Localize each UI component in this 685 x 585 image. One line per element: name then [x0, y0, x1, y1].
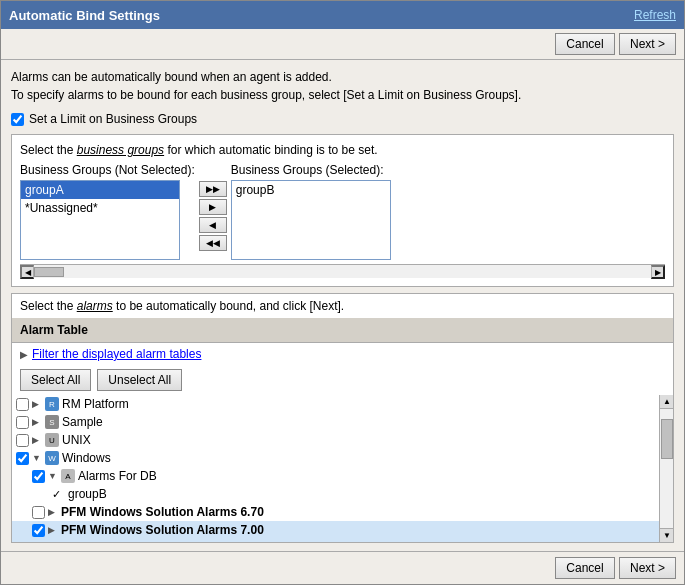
filter-row: ▶ Filter the displayed alarm tables [12, 343, 673, 365]
unix-checkbox[interactable] [16, 434, 29, 447]
filter-triangle-icon: ▶ [20, 349, 28, 360]
hscroll-thumb [34, 267, 64, 277]
limit-checkbox-label: Set a Limit on Business Groups [29, 112, 197, 126]
sample-icon: S [45, 415, 59, 429]
business-groups-section: Select the business groups for which aut… [11, 134, 674, 287]
tree-item-unix: ▶ U UNIX [12, 431, 659, 449]
tree-item-pfm-6-70: ▶ PFM Windows Solution Alarms 6.70 [12, 503, 659, 521]
group-item-groupB[interactable]: groupB [232, 181, 390, 199]
move-all-left-button[interactable]: ◀◀ [199, 235, 227, 251]
business-groups-desc: Select the business groups for which aut… [20, 143, 665, 157]
move-all-right-button[interactable]: ▶▶ [199, 181, 227, 197]
tree-item-groupB-child: ✓ groupB [12, 485, 659, 503]
title-bar: Automatic Bind Settings Refresh [1, 1, 684, 29]
pfm-7-50-label: PFM Windows Solution Alarms 7.50 [61, 541, 264, 542]
alarms-for-db-checkbox[interactable] [32, 470, 45, 483]
pfm-6-70-expand[interactable]: ▶ [48, 507, 58, 517]
group-item-groupA[interactable]: groupA [21, 181, 179, 199]
sample-checkbox[interactable] [16, 416, 29, 429]
hscroll-left-btn[interactable]: ◀ [20, 265, 34, 279]
pfm-7-00-expand[interactable]: ▶ [48, 525, 58, 535]
alarms-for-db-icon: A [61, 469, 75, 483]
intro-text: Alarms can be automatically bound when a… [11, 68, 674, 104]
vscroll-track [660, 409, 673, 542]
rm-icon: R [45, 397, 59, 411]
windows-icon: W [45, 451, 59, 465]
selected-col: Business Groups (Selected): groupB [231, 163, 391, 260]
top-next-button[interactable]: Next > [619, 33, 676, 55]
not-selected-list[interactable]: groupA *Unassigned* [20, 180, 180, 260]
tree-container: ▶ R RM Platform ▶ S Sample ▶ [12, 395, 673, 542]
vscroll-thumb [661, 419, 673, 459]
not-selected-col: Business Groups (Not Selected): groupA *… [20, 163, 195, 260]
move-right-button[interactable]: ▶ [199, 199, 227, 215]
content-area: Alarms can be automatically bound when a… [1, 60, 684, 551]
selected-label: Business Groups (Selected): [231, 163, 391, 177]
alarms-for-db-expand[interactable]: ▼ [48, 471, 58, 481]
tree-item-rm-platform: ▶ R RM Platform [12, 395, 659, 413]
tree-vscroll[interactable]: ▲ ▼ [659, 395, 673, 542]
pfm-6-70-label: PFM Windows Solution Alarms 6.70 [61, 505, 264, 519]
pfm-7-00-checkbox[interactable] [32, 524, 45, 537]
tree-item-windows: ▼ W Windows [12, 449, 659, 467]
windows-checkbox[interactable] [16, 452, 29, 465]
groups-area: Business Groups (Not Selected): groupA *… [20, 163, 665, 260]
groups-hscroll[interactable]: ◀ ▶ [20, 264, 665, 278]
rm-platform-expand[interactable]: ▶ [32, 399, 42, 409]
selected-list[interactable]: groupB [231, 180, 391, 260]
tree-item-pfm-7-50: ▶ PFM Windows Solution Alarms 7.50 [12, 539, 659, 542]
bottom-cancel-button[interactable]: Cancel [555, 557, 615, 579]
sample-label: Sample [62, 415, 103, 429]
rm-platform-checkbox[interactable] [16, 398, 29, 411]
not-selected-label: Business Groups (Not Selected): [20, 163, 195, 177]
windows-label: Windows [62, 451, 111, 465]
tree-content: ▶ R RM Platform ▶ S Sample ▶ [12, 395, 659, 542]
pfm-6-70-checkbox[interactable] [32, 506, 45, 519]
alarm-table-header: Alarm Table [12, 318, 673, 343]
pfm-7-50-checkbox[interactable] [32, 542, 45, 543]
top-buttons-bar: Cancel Next > [1, 29, 684, 60]
select-all-button[interactable]: Select All [20, 369, 91, 391]
unselect-all-button[interactable]: Unselect All [97, 369, 182, 391]
bottom-buttons-bar: Cancel Next > [1, 551, 684, 584]
vscroll-up-btn[interactable]: ▲ [660, 395, 673, 409]
alarm-desc: Select the alarms to be automatically bo… [12, 294, 673, 318]
group-item-unassigned[interactable]: *Unassigned* [21, 199, 179, 217]
alarm-section: Select the alarms to be automatically bo… [11, 293, 674, 543]
transfer-buttons: ▶▶ ▶ ◀ ◀◀ [199, 181, 227, 251]
hscroll-right-btn[interactable]: ▶ [651, 265, 665, 279]
groupB-child-label: groupB [68, 487, 107, 501]
top-cancel-button[interactable]: Cancel [555, 33, 615, 55]
vscroll-down-btn[interactable]: ▼ [660, 528, 673, 542]
pfm-7-00-label: PFM Windows Solution Alarms 7.00 [61, 523, 264, 537]
window-title: Automatic Bind Settings [9, 8, 160, 23]
sample-expand[interactable]: ▶ [32, 417, 42, 427]
windows-expand[interactable]: ▼ [32, 453, 42, 463]
action-buttons: Select All Unselect All [12, 365, 673, 395]
limit-checkbox-row: Set a Limit on Business Groups [11, 112, 674, 126]
alarms-for-db-label: Alarms For DB [78, 469, 157, 483]
groupB-checkmark: ✓ [52, 488, 61, 501]
intro-line1: Alarms can be automatically bound when a… [11, 68, 674, 86]
limit-checkbox[interactable] [11, 113, 24, 126]
intro-line2: To specify alarms to be bound for each b… [11, 86, 674, 104]
unix-label: UNIX [62, 433, 91, 447]
refresh-link[interactable]: Refresh [634, 8, 676, 22]
rm-platform-label: RM Platform [62, 397, 129, 411]
window: Automatic Bind Settings Refresh Cancel N… [0, 0, 685, 585]
move-left-button[interactable]: ◀ [199, 217, 227, 233]
tree-item-alarms-for-db: ▼ A Alarms For DB [12, 467, 659, 485]
unix-icon: U [45, 433, 59, 447]
bottom-next-button[interactable]: Next > [619, 557, 676, 579]
unix-expand[interactable]: ▶ [32, 435, 42, 445]
filter-link[interactable]: Filter the displayed alarm tables [32, 347, 201, 361]
tree-item-sample: ▶ S Sample [12, 413, 659, 431]
tree-item-pfm-7-00: ▶ PFM Windows Solution Alarms 7.00 [12, 521, 659, 539]
